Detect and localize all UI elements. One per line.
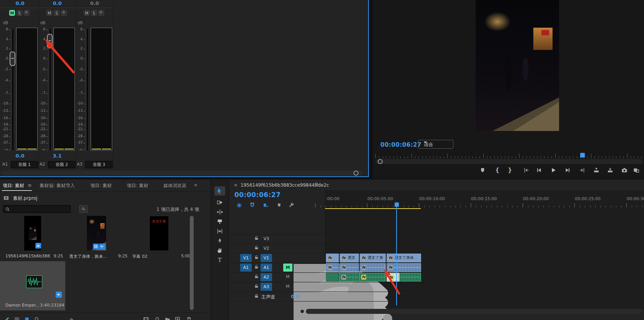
channel-gain-value[interactable]: 0.0 [5, 0, 35, 6]
ripple-edit-tool[interactable] [214, 207, 225, 217]
mark-in-button[interactable]: { [492, 165, 502, 175]
track-name-field[interactable]: 音频 3 [85, 161, 113, 168]
close-icon[interactable]: × [234, 182, 238, 188]
comparison-view-button[interactable] [631, 165, 641, 175]
track-target-V2[interactable]: V2 [261, 244, 272, 252]
solo-track-button[interactable]: S [296, 274, 299, 279]
newitem-icon[interactable] [174, 316, 181, 320]
mute-track-button[interactable]: M [286, 274, 290, 279]
magnet-button[interactable] [248, 201, 256, 209]
timeline-clip-audio[interactable] [400, 273, 422, 282]
timeline-clip-video[interactable]: fx透支了身 [360, 254, 386, 262]
solo-track-button[interactable]: S [296, 265, 299, 270]
panel-menu-icon[interactable]: ≡ [314, 182, 319, 188]
timeline-clip-audio[interactable] [326, 273, 339, 282]
marker-button[interactable] [275, 201, 283, 209]
list-icon[interactable] [14, 316, 20, 320]
monitor-scrollbar[interactable] [375, 159, 643, 164]
step-back-button[interactable] [534, 165, 544, 175]
breadcrumb[interactable]: 素材.prproj [13, 195, 37, 202]
mark-out-button[interactable]: } [505, 165, 515, 175]
type-tool[interactable]: T [214, 255, 225, 265]
mute-button[interactable]: M [84, 10, 90, 16]
tab-3[interactable]: 项目: 素材 [90, 182, 112, 189]
mute-button[interactable]: M [46, 10, 52, 16]
search-input[interactable] [3, 205, 71, 213]
track-name-field[interactable]: 音频 1 [11, 161, 38, 168]
track-select-forward-tool[interactable] [214, 198, 225, 207]
trash-icon[interactable] [186, 316, 192, 320]
automation-mode-button[interactable] [98, 10, 104, 16]
playhead[interactable] [395, 202, 399, 207]
wrench-button[interactable] [287, 201, 295, 209]
panel-menu-icon[interactable]: ≡ [28, 182, 32, 188]
timeline-clip-audio[interactable]: fx [326, 263, 339, 272]
timeline-scrollbar[interactable] [306, 309, 642, 314]
tab-overflow-icon[interactable]: » [194, 182, 198, 188]
lift-button[interactable] [591, 165, 601, 175]
channel-fader-db-value[interactable]: 3.1 [43, 153, 72, 159]
channel-gain-value[interactable]: 0.0 [43, 0, 72, 6]
clip-thumbnail[interactable]: 添加字幕 [150, 216, 168, 250]
tab-2[interactable]: 素材箱: 素材导入 [40, 182, 75, 189]
timeline-clip-audio[interactable]: fx [340, 273, 359, 282]
find-button[interactable] [79, 205, 88, 213]
go-to-in-button[interactable] [521, 165, 531, 175]
source-patch-A1[interactable]: A1 [240, 264, 252, 272]
selection-tool[interactable] [214, 186, 225, 196]
timeline-timecode[interactable]: 00:00:06:27 [234, 191, 281, 199]
project-scrollbar[interactable] [190, 216, 194, 310]
tab-5[interactable]: 媒体浏览器 [163, 182, 186, 189]
track-name-field[interactable]: 音频 2 [48, 161, 75, 168]
mute-track-button[interactable]: M [283, 264, 292, 272]
timeline-clip-audio[interactable]: fx [340, 263, 359, 272]
mixer-horizontal-scrollbar[interactable] [1, 171, 363, 176]
monitor-scrollbar-handle[interactable] [378, 159, 383, 164]
timeline-clip-video[interactable]: fx [326, 254, 339, 262]
zoom-level-dropdown[interactable]: 适合 [418, 140, 453, 149]
magnifier-icon[interactable] [154, 316, 161, 320]
mute-button[interactable]: M [9, 10, 15, 16]
track-target-A1[interactable]: A1 [261, 264, 272, 272]
source-patch-V1[interactable]: V1 [240, 254, 252, 262]
timeline-clip-audio[interactable]: fx [360, 273, 386, 282]
razor-tool[interactable] [214, 217, 225, 226]
chevup-icon[interactable] [68, 316, 75, 320]
pencil-icon[interactable] [4, 316, 10, 320]
channel-gain-value[interactable]: 0.0 [80, 0, 109, 6]
track-target-A2[interactable]: A2 [261, 273, 272, 281]
item-name[interactable]: 透支了身体，换来... [69, 254, 115, 259]
timeline-scrollbar-handle[interactable] [300, 309, 305, 314]
item-name[interactable]: 1956149f615b6b3883cce... [5, 254, 51, 259]
fader-handle[interactable] [10, 51, 15, 66]
pen-tool[interactable] [214, 236, 225, 245]
channel-fader-db-value[interactable]: 0.0 [5, 153, 35, 159]
export-frame-button[interactable] [619, 165, 629, 175]
slip-tool[interactable] [214, 227, 225, 236]
play-button[interactable] [548, 165, 558, 175]
timeline-clip-video[interactable]: fx透支 [340, 254, 359, 262]
fader-rail[interactable] [12, 29, 13, 150]
monitor-playhead[interactable] [580, 153, 585, 158]
timeline-clip-audio-selected[interactable]: fx [387, 273, 400, 282]
hand-tool[interactable] [214, 246, 225, 255]
item-name[interactable]: Damon Emper... [5, 303, 41, 308]
automation-mode-button[interactable] [24, 10, 30, 16]
solo-button[interactable]: S [54, 10, 60, 16]
monitor-time-ruler[interactable] [375, 153, 643, 158]
timeline-clip-audio[interactable]: fx [387, 263, 422, 272]
tab-1[interactable]: 项目: 素材 [3, 182, 24, 189]
fader-rail[interactable] [87, 29, 88, 150]
master-track-label[interactable]: 主声道 [261, 294, 275, 300]
solo-button[interactable]: S [17, 10, 22, 16]
program-timecode[interactable]: 00:00:06:27 [380, 141, 422, 148]
fader-handle[interactable] [47, 34, 53, 48]
folder-icon[interactable] [164, 316, 171, 320]
track-target-V1[interactable]: V1 [261, 254, 272, 262]
add-marker-button[interactable] [478, 165, 488, 175]
step-forward-button[interactable] [563, 165, 573, 175]
solo-button[interactable]: S [91, 10, 97, 16]
solo-track-button[interactable]: S [296, 284, 299, 289]
timeline-clip-audio[interactable]: fx [360, 263, 386, 272]
extract-button[interactable] [605, 165, 615, 175]
